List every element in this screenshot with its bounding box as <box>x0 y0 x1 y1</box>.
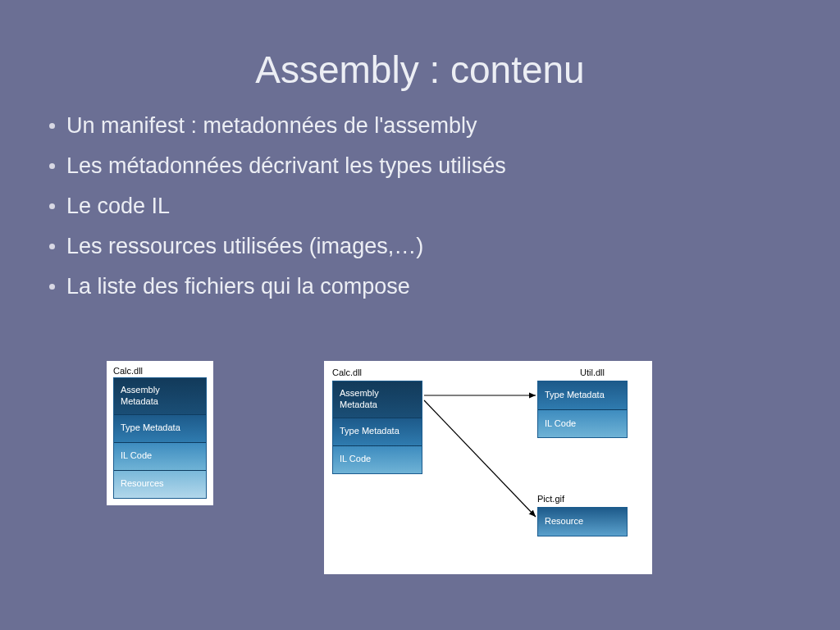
bullet-list: Un manifest : metadonnées de l'assembly … <box>49 112 840 301</box>
file-label: Util.dll <box>580 368 605 377</box>
bullet-icon <box>49 203 55 209</box>
diagram-area: Calc.dll Assembly Metadata Type Metadata… <box>0 361 840 607</box>
stack-cell: Resources <box>114 470 206 498</box>
bullet-icon <box>49 163 55 169</box>
bullet-text: Le code IL <box>66 192 170 221</box>
file-stack: Assembly Metadata Type Metadata IL Code … <box>113 377 207 499</box>
file-stack-calc: Assembly Metadata Type Metadata IL Code <box>332 381 422 474</box>
file-stack-util: Type Metadata IL Code <box>537 381 628 438</box>
file-label: Pict.gif <box>537 494 564 504</box>
slide-title: Assembly : contenu <box>0 0 840 92</box>
stack-cell: Type Metadata <box>333 418 422 445</box>
list-item: Les métadonnées décrivant les types util… <box>49 152 840 180</box>
stack-cell: Type Metadata <box>538 381 627 409</box>
file-label: Calc.dll <box>332 368 362 377</box>
stack-cell: IL Code <box>114 442 206 470</box>
list-item: Le code IL <box>49 192 840 221</box>
list-item: Les ressources utilisées (images,…) <box>49 232 840 261</box>
list-item: Un manifest : metadonnées de l'assembly <box>49 112 840 140</box>
bullet-text: Les métadonnées décrivant les types util… <box>66 152 506 180</box>
file-stack-pict: Resource <box>537 507 628 536</box>
stack-cell: IL Code <box>538 409 627 437</box>
file-label: Calc.dll <box>113 366 207 376</box>
stack-cell: Assembly Metadata <box>114 378 206 414</box>
stack-cell: Type Metadata <box>114 414 206 442</box>
stack-cell: Resource <box>538 508 627 536</box>
bullet-text: Un manifest : metadonnées de l'assembly <box>66 112 477 140</box>
diagram-single-file: Calc.dll Assembly Metadata Type Metadata… <box>107 361 213 505</box>
bullet-icon <box>49 284 55 290</box>
stack-cell: IL Code <box>333 445 422 473</box>
list-item: La liste des fichiers qui la compose <box>49 272 840 301</box>
bullet-text: Les ressources utilisées (images,…) <box>66 232 423 261</box>
bullet-icon <box>49 123 55 129</box>
svg-line-1 <box>424 400 536 517</box>
diagram-multi-file: Calc.dll Assembly Metadata Type Metadata… <box>324 361 652 574</box>
bullet-text: La liste des fichiers qui la compose <box>66 272 410 301</box>
bullet-icon <box>49 244 55 249</box>
stack-cell: Assembly Metadata <box>333 381 422 418</box>
